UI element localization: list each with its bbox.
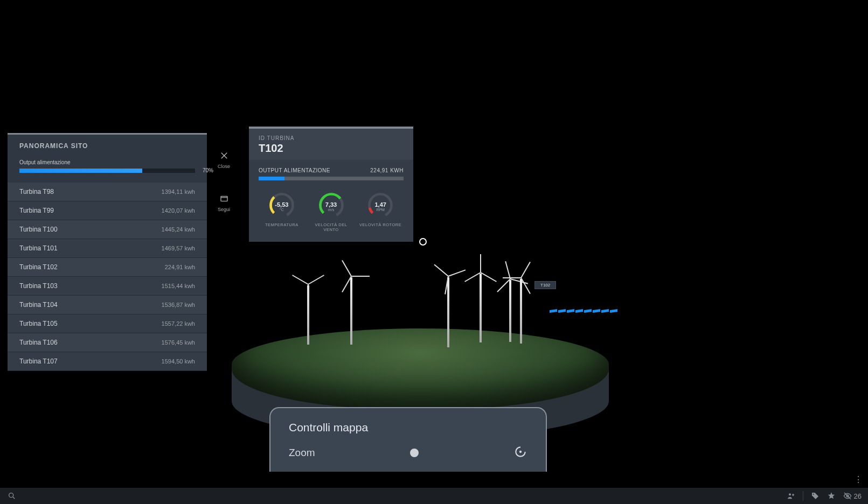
turbine-name: Turbina T103 bbox=[19, 282, 58, 290]
svg-point-7 bbox=[519, 451, 522, 453]
detail-body: OUTPUT ALIMENTAZIONE 224,91 KWH -5,53 °C… bbox=[249, 160, 413, 242]
turbine-value: 1394,11 kwh bbox=[162, 188, 195, 195]
turbine-value: 1557,22 kwh bbox=[162, 320, 195, 327]
scene-blue-markers-icon bbox=[550, 310, 617, 312]
zoom-slider[interactable] bbox=[410, 449, 419, 457]
power-output-pct: 70% bbox=[203, 167, 213, 173]
turbine-row[interactable]: Turbina T1031515,44 kwh bbox=[8, 277, 207, 296]
gauge-temp-unit: °C bbox=[280, 208, 284, 212]
turbine-value: 1515,44 kwh bbox=[162, 283, 195, 289]
detail-header-label: ID TURBINA bbox=[259, 135, 404, 141]
site-overview-title: PANORAMICA SITO bbox=[19, 142, 195, 150]
turbine-name: Turbina T106 bbox=[19, 339, 58, 346]
detail-output-bar-fill bbox=[259, 177, 284, 180]
turbine-model[interactable] bbox=[520, 279, 522, 344]
notification-count-value: 26 bbox=[854, 492, 862, 500]
turbine-value: 1420,07 kwh bbox=[162, 207, 195, 214]
detail-output-row: OUTPUT ALIMENTAZIONE 224,91 KWH bbox=[259, 167, 404, 173]
notification-count[interactable]: 26 bbox=[843, 492, 862, 500]
power-output-label: Output alimentazione bbox=[19, 159, 195, 165]
turbine-detail-card: ID TURBINA T102 OUTPUT ALIMENTAZIONE 224… bbox=[249, 127, 413, 242]
gauge-rotorspeed: 1,47 RPM VELOVITÀ ROTORE bbox=[357, 190, 404, 232]
gauge-windspeed: 7,33 m/s VELOCITÀ DEL VENTO bbox=[308, 190, 355, 232]
status-bar: 26 bbox=[0, 488, 868, 504]
turbine-value: 1469,57 kwh bbox=[162, 245, 195, 251]
person-add-icon[interactable] bbox=[787, 492, 795, 500]
follow-label: Segui bbox=[218, 207, 230, 212]
turbine-value: 1536,87 kwh bbox=[162, 302, 195, 308]
separator bbox=[803, 491, 803, 501]
turbine-row[interactable]: Turbina T1051557,22 kwh bbox=[8, 314, 207, 333]
power-output-bar: 70% bbox=[19, 169, 195, 173]
map-controls-panel[interactable]: Controlli mappa Zoom bbox=[269, 407, 547, 472]
gauge-rotor-label: VELOVITÀ ROTORE bbox=[359, 222, 401, 227]
turbine-label-t102[interactable]: T102 bbox=[534, 281, 556, 289]
close-icon bbox=[219, 151, 229, 160]
gauge-rotor-value: 1,47 bbox=[374, 201, 386, 208]
turbine-name: Turbina T99 bbox=[19, 207, 54, 214]
window-icon bbox=[219, 194, 229, 204]
site-overview-header: PANORAMICA SITO Output alimentazione 70% bbox=[8, 135, 207, 178]
detail-output-value: 224,91 KWH bbox=[370, 167, 404, 173]
turbine-name: Turbina T105 bbox=[19, 320, 58, 327]
turbine-name: Turbina T98 bbox=[19, 188, 54, 195]
turbine-row[interactable]: Turbina T1061576,45 kwh bbox=[8, 333, 207, 352]
turbine-row[interactable]: Turbina T981394,11 kwh bbox=[8, 183, 207, 201]
turbine-model[interactable] bbox=[447, 277, 449, 347]
turbine-name: Turbina T102 bbox=[19, 263, 58, 271]
turbine-value: 224,91 kwh bbox=[165, 264, 195, 270]
tag-icon[interactable] bbox=[811, 492, 820, 500]
turbine-row[interactable]: Turbina T1071594,50 kwh bbox=[8, 352, 207, 371]
gauge-wind-unit: m/s bbox=[328, 208, 334, 212]
gauge-wind-value: 7,33 bbox=[325, 201, 337, 208]
close-label: Close bbox=[218, 164, 230, 169]
gauge-wind-label: VELOCITÀ DEL VENTO bbox=[308, 222, 355, 232]
detail-output-bar bbox=[259, 177, 404, 180]
turbine-row[interactable]: Turbina T1041536,87 kwh bbox=[8, 296, 207, 314]
map-reset-button[interactable] bbox=[513, 445, 527, 461]
turbine-row[interactable]: Turbina T991420,07 kwh bbox=[8, 201, 207, 220]
map-zoom-row: Zoom bbox=[289, 445, 527, 461]
eye-off-icon bbox=[843, 492, 852, 500]
turbine-model[interactable] bbox=[480, 274, 482, 342]
turbine-list: Turbina T981394,11 kwhTurbina T991420,07… bbox=[8, 183, 207, 371]
gauge-rotor-unit: RPM bbox=[376, 208, 385, 212]
svg-point-9 bbox=[789, 493, 791, 495]
turbine-row[interactable]: Turbina T1011469,57 kwh bbox=[8, 239, 207, 258]
detail-header: ID TURBINA T102 bbox=[249, 129, 413, 160]
close-button[interactable]: Close bbox=[218, 151, 230, 169]
star-icon[interactable] bbox=[827, 492, 836, 500]
detail-turbine-id: T102 bbox=[259, 142, 404, 155]
turbine-row[interactable]: Turbina T1001445,24 kwh bbox=[8, 220, 207, 239]
follow-button[interactable]: Segui bbox=[218, 194, 230, 212]
turbine-name: Turbina T107 bbox=[19, 358, 58, 365]
gauge-temp-label: TEMPERATURA bbox=[265, 222, 298, 227]
turbine-value: 1576,45 kwh bbox=[162, 339, 195, 346]
power-output-bar-fill bbox=[19, 169, 142, 173]
turbine-row[interactable]: Turbina T102224,91 kwh bbox=[8, 258, 207, 277]
turbine-model[interactable] bbox=[307, 285, 309, 345]
svg-rect-0 bbox=[221, 197, 227, 201]
terrain-top bbox=[232, 328, 609, 409]
map-zoom-label: Zoom bbox=[289, 447, 315, 459]
side-actions: Close Segui bbox=[218, 151, 230, 212]
power-output-row: Output alimentazione 70% bbox=[19, 159, 195, 173]
more-menu-button[interactable]: ⋮ bbox=[854, 474, 863, 485]
map-controls-title: Controlli mappa bbox=[289, 421, 527, 434]
turbine-name: Turbina T100 bbox=[19, 226, 58, 233]
svg-point-10 bbox=[813, 494, 814, 495]
turbine-value: 1445,24 kwh bbox=[162, 226, 195, 233]
turbine-name: Turbina T101 bbox=[19, 244, 58, 252]
turbine-model[interactable] bbox=[350, 277, 352, 345]
site-overview-panel: PANORAMICA SITO Output alimentazione 70%… bbox=[8, 133, 207, 371]
gauge-icon bbox=[513, 445, 527, 459]
gauge-temp-value: -5,53 bbox=[275, 201, 288, 208]
gauges-row: -5,53 °C TEMPERATURA 7,33 m/s VELOCITÀ D… bbox=[259, 190, 404, 232]
search-icon[interactable] bbox=[8, 492, 16, 500]
turbine-value: 1594,50 kwh bbox=[162, 358, 195, 365]
turbine-name: Turbina T104 bbox=[19, 301, 58, 309]
turbine-model[interactable] bbox=[509, 280, 511, 342]
detail-output-label: OUTPUT ALIMENTAZIONE bbox=[259, 167, 330, 173]
lock-button[interactable] bbox=[846, 0, 853, 485]
gauge-temperature: -5,53 °C TEMPERATURA bbox=[259, 190, 305, 232]
